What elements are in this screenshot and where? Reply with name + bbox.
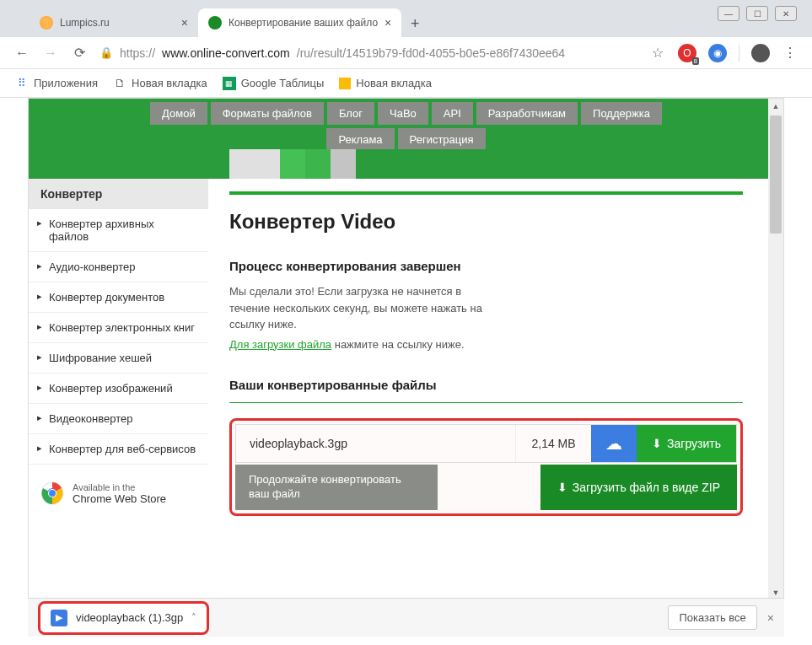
- bookmark-sheets[interactable]: ▦ Google Таблицы: [223, 77, 325, 90]
- page-icon: [339, 78, 351, 89]
- sidebar-item-audio[interactable]: Аудио-конвертер: [29, 252, 208, 282]
- file-size: 2,14 MB: [515, 425, 591, 462]
- webstore-text: Chrome Web Store: [73, 492, 166, 505]
- accent-border: [229, 191, 743, 195]
- tab-strip: Lumpics.ru × Конвертирование ваших файло…: [0, 0, 812, 37]
- file-icon: ▶: [51, 610, 67, 626]
- zip-label: Загрузить файл в виде ZIP: [573, 481, 720, 494]
- scroll-up-icon[interactable]: ▲: [768, 99, 783, 114]
- maximize-button[interactable]: ☐: [746, 6, 768, 21]
- download-button[interactable]: ⬇ Загрузить: [637, 425, 736, 462]
- sidebar-header: Конвертер: [29, 179, 208, 209]
- scrollbar-thumb[interactable]: [770, 116, 782, 234]
- show-all-button[interactable]: Показать все: [668, 605, 756, 630]
- bottom-row: Продолжайте конвертировать ваш файл ⬇ За…: [235, 465, 737, 510]
- download-icon: ⬇: [652, 437, 662, 450]
- svg-point-3: [49, 490, 56, 497]
- page-viewport: Домой Форматы файлов Блог ЧаВо API Разра…: [28, 98, 784, 601]
- nav-item[interactable]: Реклама: [326, 128, 394, 151]
- download-label: Загрузить: [667, 437, 721, 450]
- main: Конвертер Video Процесс конвертирования …: [208, 179, 768, 533]
- cloud-icon: ☁: [605, 433, 622, 454]
- tab-title: Lumpics.ru: [60, 17, 110, 29]
- chevron-up-icon[interactable]: ˄: [191, 612, 196, 623]
- tab-close-icon[interactable]: ×: [384, 16, 391, 30]
- avatar-icon[interactable]: [751, 44, 770, 62]
- apps-icon: ⠿: [15, 77, 29, 90]
- top-nav: Домой Форматы файлов Блог ЧаВо API Разра…: [29, 99, 783, 128]
- bookmark-label: Приложения: [34, 77, 98, 89]
- window-controls: — ☐ ✕: [718, 6, 797, 21]
- url-prefix: https://: [120, 46, 155, 60]
- lock-icon: 🔒: [99, 46, 113, 59]
- sidebar-item-web[interactable]: Конвертер для веб-сервисов: [29, 434, 208, 465]
- download-link-line: Для загрузки файла нажмите на ссылку ниж…: [229, 336, 499, 353]
- download-zip-button[interactable]: ⬇ Загрузить файл в виде ZIP: [540, 465, 737, 510]
- download-link[interactable]: Для загрузки файла: [229, 338, 331, 351]
- nav-item[interactable]: Разработчикам: [476, 102, 578, 125]
- bookmark-label: Новая вкладка: [132, 77, 207, 89]
- sidebar-item-documents[interactable]: Конвертер документов: [29, 282, 208, 313]
- file-row: videoplayback.3gp 2,14 MB ☁ ⬇ Загрузить: [235, 424, 737, 463]
- separator: [739, 45, 739, 62]
- divider: [229, 402, 743, 403]
- bookmark-newtab[interactable]: 🗋 Новая вкладка: [113, 77, 207, 90]
- bookmark-apps[interactable]: ⠿ Приложения: [15, 77, 98, 90]
- scrollbar[interactable]: ▲ ▼: [768, 99, 783, 600]
- file-name: videoplayback.3gp: [236, 425, 515, 462]
- bookmark-newtab2[interactable]: Новая вкладка: [339, 77, 432, 89]
- process-body: Мы сделали это! Если загрузка не начнетс…: [229, 283, 499, 333]
- window-close-button[interactable]: ✕: [775, 6, 797, 21]
- chrome-icon: [40, 481, 64, 505]
- process-heading: Процесс конвертирования завершен: [229, 259, 743, 273]
- sidebar-item-video[interactable]: Видеоконвертер: [29, 404, 208, 434]
- url-field[interactable]: 🔒 https://www.online-convert.com/ru/resu…: [99, 46, 637, 60]
- continue-button[interactable]: Продолжайте конвертировать ваш файл: [235, 465, 438, 510]
- webstore-promo[interactable]: Available in the Chrome Web Store: [29, 465, 208, 522]
- sidebar-item-hash[interactable]: Шифрование хешей: [29, 343, 208, 374]
- download-filename: videoplayback (1).3gp: [76, 611, 183, 624]
- download-icon: ⬇: [557, 481, 567, 494]
- sheets-icon: ▦: [223, 77, 236, 90]
- extension-icon[interactable]: ◉: [708, 44, 727, 62]
- bookmark-label: Google Таблицы: [241, 77, 325, 89]
- nav-item[interactable]: Поддержка: [581, 102, 662, 125]
- reload-button[interactable]: ⟳: [71, 45, 88, 62]
- sidebar: Конвертер Конвертер архивных файлов Ауди…: [29, 179, 208, 533]
- url-path: /ru/result/14519b79-fd0d-4055-b0e5-e86f7…: [297, 46, 565, 60]
- nav-item[interactable]: Домой: [150, 102, 207, 125]
- webstore-text: Available in the: [73, 482, 166, 492]
- forward-button[interactable]: →: [42, 45, 59, 62]
- link-tail: нажмите на ссылку ниже.: [331, 338, 464, 351]
- tab-close-icon[interactable]: ×: [181, 16, 188, 30]
- minimize-button[interactable]: —: [718, 6, 739, 21]
- tab-convert[interactable]: Конвертирование ваших файло ×: [198, 8, 401, 37]
- nav-item[interactable]: ЧаВо: [378, 102, 428, 125]
- download-item[interactable]: ▶ videoplayback (1).3gp ˄: [38, 601, 209, 635]
- bookmarks-bar: ⠿ Приложения 🗋 Новая вкладка ▦ Google Та…: [0, 69, 812, 98]
- favicon-icon: [208, 16, 222, 30]
- url-host: www.online-convert.com: [162, 46, 290, 60]
- nav-item[interactable]: API: [432, 102, 473, 125]
- sidebar-item-ebooks[interactable]: Конвертер электронных книг: [29, 313, 208, 343]
- star-icon[interactable]: ☆: [649, 45, 666, 62]
- new-tab-button[interactable]: +: [401, 10, 428, 37]
- nav-item[interactable]: Блог: [327, 102, 374, 125]
- page-title: Конвертер Video: [229, 210, 743, 234]
- menu-icon[interactable]: ⋮: [782, 45, 799, 62]
- sidebar-item-images[interactable]: Конвертер изображений: [29, 374, 208, 404]
- nav-item[interactable]: Форматы файлов: [211, 102, 324, 125]
- extension-icon[interactable]: O8: [678, 44, 696, 62]
- banner-decoration: [29, 149, 783, 179]
- back-button[interactable]: ←: [13, 45, 30, 62]
- sidebar-item-archive[interactable]: Конвертер архивных файлов: [29, 209, 208, 252]
- nav-item[interactable]: Регистрация: [398, 128, 486, 151]
- cloud-upload-button[interactable]: ☁: [591, 425, 637, 462]
- content: Конвертер Конвертер архивных файлов Ауди…: [29, 179, 783, 533]
- files-heading: Ваши конвертированные файлы: [229, 378, 743, 392]
- site-header: Домой Форматы файлов Блог ЧаВо API Разра…: [29, 99, 783, 179]
- download-shelf: ▶ videoplayback (1).3gp ˄ Показать все ×: [28, 598, 784, 637]
- tab-lumpics[interactable]: Lumpics.ru ×: [30, 8, 198, 37]
- close-shelf-button[interactable]: ×: [767, 611, 774, 625]
- address-bar: ← → ⟳ 🔒 https://www.online-convert.com/r…: [0, 37, 812, 69]
